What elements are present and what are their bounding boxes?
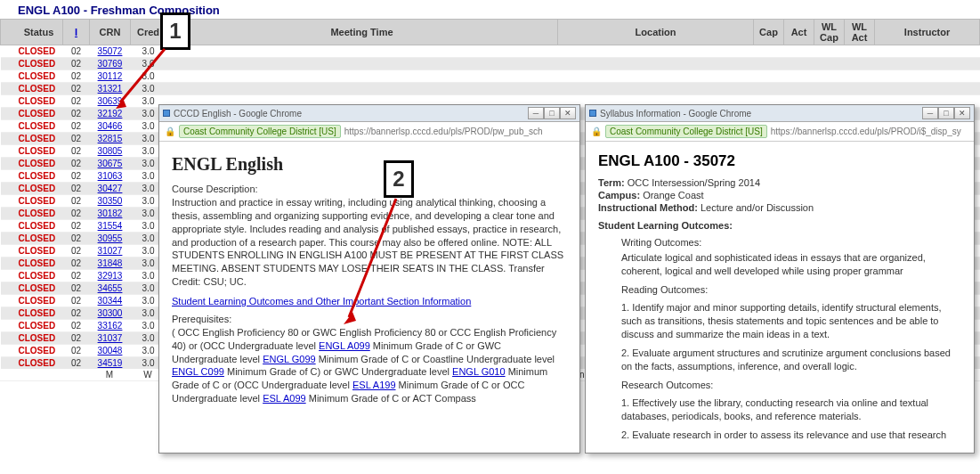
writing-outcomes: Writing Outcomes: Articulate logical and… [621,236,961,278]
crn-cell[interactable]: 31063 [90,170,131,183]
status-cell: CLOSED [1,332,63,345]
crn-link[interactable]: 32815 [98,134,123,143]
crn-cell[interactable]: 30182 [90,208,131,220]
crn-cell[interactable]: 30048 [90,345,131,357]
reading-outcomes: Reading Outcomes: 1. Identify major and … [621,283,961,373]
crn-link[interactable]: 30300 [98,308,123,318]
i-cell: 02 [63,195,90,208]
i-cell: 02 [63,257,90,270]
status-cell: CLOSED [1,58,63,70]
status-cell: CLOSED [1,133,63,145]
crn-link[interactable]: 31063 [98,171,123,181]
slo-heading: Student Learning Outcomes: [598,220,961,231]
col-i[interactable]: I [63,20,90,45]
crn-cell[interactable]: 30300 [90,307,131,320]
window-titlebar[interactable]: CCCD English - Google Chrome ─ □ ✕ [159,105,579,122]
crn-link[interactable]: 31037 [98,333,123,343]
crn-cell[interactable]: 32913 [90,270,131,282]
close-button[interactable]: ✕ [560,107,576,119]
i-cell: 02 [63,145,90,158]
crn-cell[interactable]: 30675 [90,158,131,170]
crn-cell[interactable]: 30955 [90,233,131,245]
crn-link[interactable]: 30675 [98,159,123,168]
dept-heading: ENGL English [172,154,567,175]
status-cell: CLOSED [1,83,63,95]
status-cell: CLOSED [1,295,63,307]
i-cell: 02 [63,58,90,70]
crn-link[interactable]: 31848 [98,258,123,268]
status-cell: CLOSED [1,307,63,320]
crn-link[interactable]: 34655 [98,283,123,293]
method-row: Instructional Method: Lecture and/or Dis… [598,202,961,213]
crn-link[interactable]: 30805 [98,146,123,156]
crn-link[interactable]: 30344 [98,296,123,306]
maximize-button[interactable]: □ [938,107,954,119]
crn-cell[interactable]: 30427 [90,183,131,195]
i-cell: 02 [63,332,90,345]
annotation-arrow-2 [338,194,409,330]
crn-link[interactable]: 31554 [98,221,123,231]
i-cell: 02 [63,45,90,58]
prereq-text: ( OCC English Proficiency 80 or GWC Engl… [172,326,567,405]
section-heading: ENGL A100 - 35072 [598,152,961,170]
annotation-arrow-1 [107,45,169,118]
maximize-button[interactable]: □ [544,107,560,119]
crn-cell[interactable]: 30805 [90,145,131,158]
status-cell: CLOSED [1,233,63,245]
crn-cell[interactable]: 32815 [90,133,131,145]
col-status: Status [1,20,63,45]
prereq-link[interactable]: ENGL C099 [172,366,224,377]
status-cell: CLOSED [1,95,63,108]
crn-cell[interactable]: 31554 [90,220,131,233]
crn-cell[interactable]: 33162 [90,320,131,332]
status-cell: CLOSED [1,282,63,295]
crn-link[interactable]: 34519 [98,358,123,368]
crn-link[interactable]: 30048 [98,346,123,356]
crn-link[interactable]: 30466 [98,121,123,131]
crn-cell[interactable]: 30466 [90,120,131,133]
prereq-link[interactable]: ENGL G010 [452,366,506,377]
crn-link[interactable]: 30955 [98,233,123,243]
crn-link[interactable]: 32913 [98,271,123,281]
crn-link[interactable]: 30427 [98,184,123,193]
popup-syllabus-info[interactable]: Syllabus Information - Google Chrome ─ □… [585,104,975,454]
status-cell: CLOSED [1,195,63,208]
term-row: Term: OCC Intersession/Spring 2014 [598,177,961,188]
status-cell: CLOSED [1,120,63,133]
window-title: Syllabus Information - Google Chrome [600,109,751,118]
window-title: CCCD English - Google Chrome [174,109,302,118]
crn-cell[interactable]: 31027 [90,245,131,257]
crn-cell[interactable]: 34655 [90,282,131,295]
crn-link[interactable]: 30182 [98,208,123,218]
prereq-link[interactable]: ESL A099 [263,393,306,404]
desc-label: Course Description: [172,184,567,194]
prereq-link[interactable]: ENGL G099 [263,354,316,364]
prereq-link[interactable]: ESL A199 [352,380,396,390]
status-cell: CLOSED [1,170,63,183]
crn-link[interactable]: 31027 [98,246,123,256]
i-cell: 02 [63,108,90,120]
minimize-button[interactable]: ─ [922,107,938,119]
address-bar[interactable]: 🔒 Coast Community College District [US] … [159,122,579,142]
crn-link[interactable]: 33162 [98,321,123,331]
crn-cell[interactable]: 30350 [90,195,131,208]
col-instructor: Instructor [875,20,980,45]
window-titlebar[interactable]: Syllabus Information - Google Chrome ─ □… [586,105,974,122]
crn-cell[interactable]: 31037 [90,332,131,345]
crn-link[interactable]: 30350 [98,196,123,206]
crn-cell[interactable]: 30344 [90,295,131,307]
i-cell: 02 [63,282,90,295]
url-text: https://bannerlsp.cccd.edu/pls/PROD/pw_p… [344,127,543,136]
minimize-button[interactable]: ─ [528,107,544,119]
address-bar[interactable]: 🔒 Coast Community College District [US] … [586,122,974,142]
status-cell: CLOSED [1,70,63,83]
prereq-link[interactable]: ENGL A099 [319,340,370,351]
crn-cell[interactable]: 34519 [90,357,131,370]
status-cell: CLOSED [1,245,63,257]
crn-cell[interactable]: 31848 [90,257,131,270]
status-cell: CLOSED [1,108,63,120]
close-button[interactable]: ✕ [954,107,970,119]
site-identity-badge: Coast Community College District [US] [179,125,341,138]
lock-icon: 🔒 [591,127,602,136]
i-cell: 02 [63,245,90,257]
